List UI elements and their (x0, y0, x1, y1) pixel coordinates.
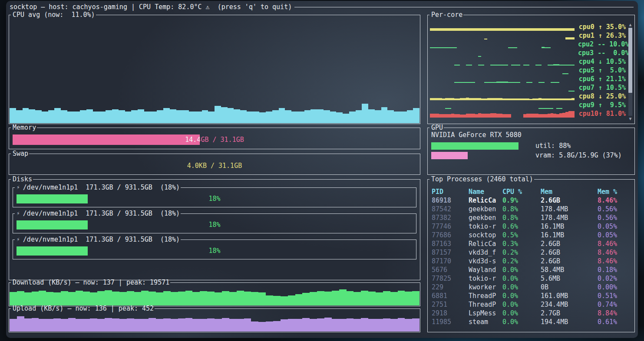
gpu-vram-row: vram: 5.8G/15.9G (37%) (431, 152, 631, 159)
core-rows: cpu0 ↑ 35.0%cpu1 ↑ 26.3%cpu2 -- 10.0%cpu… (430, 23, 626, 121)
process-cell: 0.0% (502, 283, 541, 292)
process-cell: 2.6GB (541, 257, 598, 266)
process-cell: 5.6MB (541, 274, 598, 283)
upload-title: Upload (KB/s) — now: 136 | peak: 452 (13, 305, 154, 312)
core-row: cpu7 ↑ 10.5% (430, 83, 626, 92)
process-cell: 16.1MB (541, 231, 598, 239)
process-cell: 86918 (432, 196, 469, 205)
core-label: cpu1 ↑ 26.3% (578, 32, 626, 39)
scroll-down-icon[interactable]: ▼ (627, 116, 633, 121)
process-cell: 77825 (432, 274, 469, 283)
process-cell: 0.05% (598, 231, 631, 239)
core-label: cpu7 ↑ 10.5% (578, 84, 626, 92)
process-row[interactable]: 6881ThreadP0.0%161.0MB0.51% (432, 292, 631, 300)
core-row: cpu1 ↑ 26.3% (430, 31, 626, 40)
swap-gauge: 4.0KB / 31.1GB (13, 161, 416, 171)
process-cell: 0.0% (502, 318, 541, 326)
process-row[interactable]: 87542geekben0.8%178.4MB0.56% (432, 205, 631, 213)
disk-percent-label: 18% (17, 246, 413, 256)
core-sparkline (430, 49, 575, 57)
core-label: cpu8 ↓ 25.0% (578, 92, 626, 100)
process-row[interactable]: 2751ThreadP0.0%234.4MB0.74% (432, 300, 631, 309)
process-cell: 0.02% (598, 274, 631, 283)
process-cell: 0.6% (502, 222, 541, 231)
process-cell: 0.2% (502, 257, 541, 266)
upload-panel: Upload (KB/s) — now: 136 | peak: 452 (9, 308, 420, 332)
process-cell: RelicCa (469, 196, 502, 205)
core-label: cpu4 ↓ 10.5% (578, 58, 626, 66)
disk-gauge: 18% (17, 220, 413, 230)
process-row[interactable]: 2918LspMess0.0%2.7GB8.84% (432, 309, 631, 318)
process-row[interactable]: 87163RelicCa0.3%2.6GB8.46% (432, 239, 631, 248)
process-cell: 77686 (432, 231, 469, 239)
process-row[interactable]: 87157vkd3d_f0.2%2.6GB8.46% (432, 248, 631, 257)
panel-border-line (427, 128, 635, 128)
process-cell: 161.0MB (541, 292, 598, 300)
process-row[interactable]: 87170vkd3d-s0.2%2.6GB8.46% (432, 257, 631, 266)
core-sparkline (430, 84, 575, 92)
scroll-thumb[interactable] (628, 28, 632, 93)
core-sparkline (430, 101, 575, 109)
process-cell: 0.0% (502, 266, 541, 274)
lightning-icon: ⚡ (17, 184, 20, 191)
process-row[interactable]: 77686socktop0.5%16.1MB0.05% (432, 231, 631, 239)
gpu-panel: GPU NVIDIA GeForce RTX 5080 util: 88% vr… (427, 128, 635, 175)
disks-panel: Disks ⚡/dev/nvme1n1p1 171.3GB / 931.5GB … (9, 179, 420, 280)
core-sparkline (430, 32, 575, 39)
gpu-util-fill (431, 142, 519, 150)
process-cell: 58.4MB (541, 266, 598, 274)
disk-gauge: 18% (17, 246, 413, 256)
process-cell: 0.2% (502, 248, 541, 257)
scroll-up-icon[interactable]: ▲ (627, 22, 633, 27)
core-row: cpu9 ↑ 9.5% (430, 101, 626, 109)
process-row[interactable]: 86918RelicCa0.9%2.6GB8.46% (432, 196, 631, 205)
core-label: cpu10↑ 81.0% (578, 110, 626, 118)
process-cell: 0.0% (502, 300, 541, 309)
process-row[interactable]: 87382geekben0.8%178.4MB0.56% (432, 213, 631, 222)
process-cell: 8.46% (598, 248, 631, 257)
process-cell: 87157 (432, 248, 469, 257)
core-label: cpu3 -- 0.0% (578, 49, 626, 57)
core-row: cpu6 ↑ 21.1% (430, 75, 626, 83)
process-cell: 2.7GB (541, 309, 598, 318)
process-cell: 8.46% (598, 239, 631, 248)
process-cell: vkd3d_f (469, 248, 502, 257)
terminal-window: socktop — host: cachyos-gaming | CPU Tem… (6, 1, 638, 338)
process-row[interactable]: 77746tokio-r0.6%16.1MB0.05% (432, 222, 631, 231)
core-row: cpu8 ↓ 25.0% (430, 92, 626, 101)
process-column-header: PID (432, 187, 469, 196)
process-row[interactable]: 229kworker0.0%0B0.00% (432, 283, 631, 292)
process-row[interactable]: 5676Wayland0.0%58.4MB0.18% (432, 266, 631, 274)
swap-panel: Swap 4.0KB / 31.1GB (9, 154, 420, 175)
core-row: cpu2 -- 10.0% (430, 40, 626, 49)
process-cell: 0.00% (598, 283, 631, 292)
process-column-header: CPU % (502, 187, 541, 196)
processes-title: Top Processes (2460 total) (431, 175, 533, 183)
process-cell: 0.0% (502, 274, 541, 283)
disk-path-label: /dev/nvme1n1p1 171.3GB / 931.5GB (18%) (23, 210, 180, 217)
core-sparkline (430, 110, 575, 118)
process-column-header: Name (469, 187, 502, 196)
download-title: Download (KB/s) — now: 137 | peak: 19571 (13, 279, 169, 286)
swap-gauge-label: 4.0KB / 31.1GB (13, 161, 416, 171)
process-cell: 2918 (432, 309, 469, 318)
process-cell: 2751 (432, 300, 469, 309)
lightning-icon: ⚡ (17, 236, 20, 243)
gpu-util-row: util: 88% (431, 142, 631, 150)
process-cell: 5676 (432, 266, 469, 274)
gpu-util-gauge (431, 142, 530, 150)
process-cell: vkd3d-s (469, 257, 502, 266)
process-cell: 0.56% (598, 213, 631, 222)
panel-border-line (9, 154, 420, 154)
process-column-header: Mem % (598, 187, 631, 196)
scrollbar[interactable]: ▲ ▼ (627, 22, 633, 121)
process-cell: 0.8% (502, 205, 541, 213)
core-sparkline (430, 58, 575, 66)
disk-path-label: /dev/nvme1n1p1 171.3GB / 931.5GB (18%) (23, 236, 180, 243)
process-row[interactable]: 77825tokio-r0.0%5.6MB0.02% (432, 274, 631, 283)
process-row[interactable]: 11985steam0.0%194.4MB0.61% (432, 318, 631, 326)
process-cell: 0.3% (502, 239, 541, 248)
disk-title: ⚡/dev/nvme1n1p1 171.3GB / 931.5GB (18%) (17, 236, 180, 243)
core-label: cpu2 -- 10.0% (578, 40, 626, 48)
process-cell: 0.0% (502, 292, 541, 300)
